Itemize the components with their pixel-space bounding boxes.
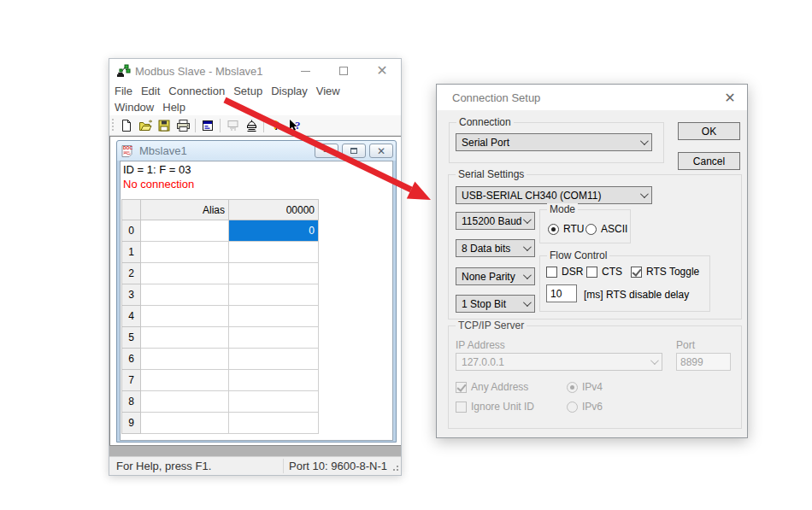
alias-cell[interactable]: [141, 391, 229, 413]
chevron-down-icon: [640, 137, 649, 145]
alias-cell[interactable]: [141, 413, 229, 434]
help-icon[interactable]: ? ?: [267, 117, 285, 134]
title-bar[interactable]: Modbus Slave - Mbslave1 ✕: [109, 59, 401, 83]
dsr-label: DSR: [562, 266, 583, 278]
chevron-down-icon: [650, 356, 659, 365]
value-cell[interactable]: [229, 413, 319, 434]
flow-control-group: Flow Control: [539, 255, 710, 312]
alias-cell[interactable]: [141, 327, 229, 349]
value-cell[interactable]: [229, 327, 319, 349]
toolbar-grip[interactable]: [112, 119, 114, 132]
save-icon[interactable]: [155, 117, 174, 134]
menu-help[interactable]: Help: [158, 101, 190, 114]
value-cell[interactable]: [229, 349, 319, 370]
open-file-icon[interactable]: [136, 117, 155, 134]
print-icon[interactable]: [174, 117, 192, 134]
context-help-icon[interactable]: ?: [285, 117, 304, 134]
value-cell[interactable]: [229, 306, 319, 327]
rtu-radio[interactable]: RTU: [548, 223, 584, 235]
doc-minimize-button[interactable]: –: [315, 144, 338, 158]
ignore-unit-id-label: Ignore Unit ID: [471, 401, 534, 413]
row-header[interactable]: 5: [122, 327, 141, 349]
baud-rate-select[interactable]: 115200 Baud: [456, 212, 535, 230]
ipv4-label: IPv4: [582, 381, 603, 393]
doc-close-button[interactable]: ✕: [369, 144, 393, 158]
communication-traffic-icon[interactable]: [242, 117, 261, 134]
row-header[interactable]: 8: [122, 391, 141, 413]
value-cell[interactable]: [229, 242, 319, 263]
corner-header[interactable]: [122, 200, 141, 220]
alias-cell[interactable]: [141, 242, 229, 263]
poll-definition-icon[interactable]: [223, 117, 242, 134]
dialog-close-icon[interactable]: ✕: [713, 85, 747, 110]
close-button[interactable]: ✕: [368, 59, 396, 83]
table-row: 8: [122, 391, 319, 413]
modbus-slave-window: Modbus Slave - Mbslave1 ✕ File Edit Conn…: [109, 58, 402, 476]
dialog-title-bar[interactable]: Connection Setup ✕: [437, 85, 747, 110]
alias-column-header[interactable]: Alias: [141, 200, 229, 220]
data-bits-select[interactable]: 8 Data bits: [456, 239, 535, 257]
row-header[interactable]: 9: [122, 413, 141, 434]
menu-file[interactable]: File: [110, 85, 137, 97]
ok-button[interactable]: OK: [678, 122, 740, 140]
row-header[interactable]: 7: [122, 370, 141, 391]
window-title: Modbus Slave - Mbslave1: [135, 65, 263, 78]
status-help-text: For Help, press F1.: [116, 460, 211, 472]
new-document-icon[interactable]: [117, 117, 136, 134]
alias-cell[interactable]: [141, 370, 229, 391]
maximize-button[interactable]: [330, 59, 357, 83]
menu-window[interactable]: Window: [110, 101, 158, 114]
value-cell[interactable]: [229, 263, 319, 284]
menu-display[interactable]: Display: [267, 85, 312, 97]
table-row: 7: [122, 370, 319, 391]
row-header[interactable]: 3: [122, 284, 141, 306]
row-header[interactable]: 0: [122, 220, 141, 242]
minimize-button[interactable]: [291, 59, 319, 83]
alias-cell[interactable]: [141, 284, 229, 306]
menu-view[interactable]: View: [312, 85, 344, 97]
table-row: 3: [122, 284, 319, 306]
rts-delay-input[interactable]: [546, 284, 577, 302]
alias-cell[interactable]: [141, 263, 229, 284]
table-row: 4: [122, 306, 319, 327]
doc-title-bar[interactable]: DOC Mbslave1 – ✕: [117, 141, 396, 161]
doc-restore-button[interactable]: [342, 144, 366, 158]
row-header[interactable]: 2: [122, 263, 141, 284]
cts-checkbox[interactable]: CTS: [586, 266, 622, 278]
row-header[interactable]: 4: [122, 306, 141, 327]
doc-window: DOC Mbslave1 – ✕ ID = 1: F = 03 No conne…: [116, 140, 397, 443]
connection-type-value: Serial Port: [462, 137, 509, 149]
stop-bits-select[interactable]: 1 Stop Bit: [456, 295, 535, 313]
menu-bar: File Edit Connection Setup Display View …: [109, 83, 401, 115]
rts-toggle-checkbox[interactable]: RTS Toggle: [631, 266, 699, 278]
serial-settings-group-label: Serial Settings: [456, 168, 527, 180]
chevron-down-icon: [640, 190, 649, 198]
alias-cell[interactable]: [141, 306, 229, 327]
value-cell[interactable]: [229, 370, 319, 391]
ascii-radio[interactable]: ASCII: [585, 223, 627, 235]
table-row: 5: [122, 327, 319, 349]
menu-edit[interactable]: Edit: [137, 85, 164, 97]
svg-text:DOC: DOC: [123, 145, 133, 150]
table-row: 0 0: [122, 220, 319, 242]
alias-cell[interactable]: [141, 220, 229, 242]
value-cell[interactable]: [229, 284, 319, 306]
value-cell[interactable]: [229, 391, 319, 413]
menu-connection[interactable]: Connection: [164, 85, 229, 97]
address-column-header[interactable]: 00000: [229, 200, 319, 220]
row-header[interactable]: 6: [122, 349, 141, 370]
ipv6-radio: IPv6: [567, 401, 603, 413]
serial-port-select[interactable]: USB-SERIAL CH340 (COM11): [456, 186, 652, 204]
menu-setup[interactable]: Setup: [229, 85, 267, 97]
radio-selected-icon: [548, 224, 559, 235]
display-setup-icon[interactable]: [198, 117, 217, 134]
cancel-button[interactable]: Cancel: [678, 152, 740, 170]
radio-icon: [567, 402, 578, 413]
row-header[interactable]: 1: [122, 242, 141, 263]
parity-select[interactable]: None Parity: [456, 267, 535, 285]
value-cell-selected[interactable]: 0: [229, 220, 319, 242]
alias-cell[interactable]: [141, 349, 229, 370]
toolbar-separator: [220, 119, 221, 132]
connection-type-select[interactable]: Serial Port: [456, 133, 652, 151]
dsr-checkbox[interactable]: DSR: [546, 266, 583, 278]
